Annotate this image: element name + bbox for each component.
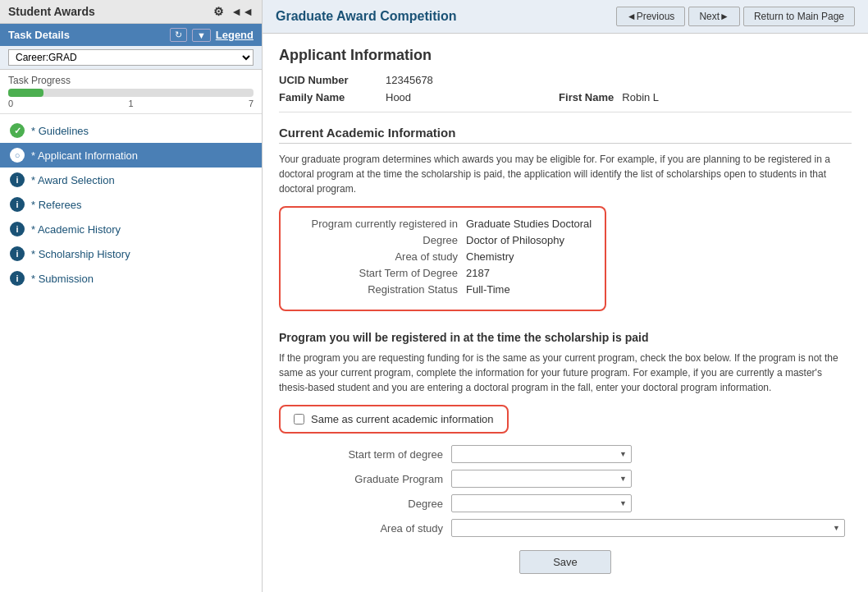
sidebar-header-icons: ⚙ ◄◄ xyxy=(213,5,254,18)
degree-value: Doctor of Philosophy xyxy=(466,234,564,246)
sidebar-title: Student Awards xyxy=(8,5,95,18)
save-btn-row: Save xyxy=(279,550,852,574)
program-row: Program currently registered in Graduate… xyxy=(294,218,592,230)
sidebar-item-award-selection[interactable]: i * Award Selection xyxy=(0,168,262,192)
area-row: Area of study Chemistry xyxy=(294,250,592,263)
nav-items: ✓ * Guidelines ○ * Applicant Information… xyxy=(0,114,262,295)
sidebar-item-referees[interactable]: i * Referees xyxy=(0,192,262,217)
career-select[interactable]: Career:GRAD xyxy=(8,49,254,66)
graduate-program-form-label: Graduate Program xyxy=(279,473,443,485)
academic-history-icon: i xyxy=(10,222,25,236)
page-title: Graduate Award Competition xyxy=(276,9,456,24)
start-term-form-row: Start term of degree xyxy=(279,445,852,463)
ucid-value: 12345678 xyxy=(386,74,433,86)
area-form-label: Area of study xyxy=(279,522,443,535)
same-as-current-text: Same as current academic information xyxy=(311,413,494,425)
graduate-program-select[interactable] xyxy=(451,470,632,488)
sidebar-item-guidelines[interactable]: ✓ * Guidelines xyxy=(0,118,262,143)
top-nav-buttons: ◄Previous Next► Return to Main Page xyxy=(616,7,855,26)
sidebar-item-applicant-info[interactable]: ○ * Applicant Information xyxy=(0,143,262,168)
top-bar: Graduate Award Competition ◄Previous Nex… xyxy=(263,0,868,34)
task-details-label: Task Details xyxy=(8,29,70,41)
same-as-current-label[interactable]: Same as current academic information xyxy=(279,405,509,434)
award-selection-label: * Award Selection xyxy=(31,174,115,186)
degree-select[interactable] xyxy=(451,494,632,512)
refresh-button[interactable]: ↻ xyxy=(170,28,187,42)
applicant-info-label: * Applicant Information xyxy=(31,149,138,162)
save-button[interactable]: Save xyxy=(519,550,611,574)
scholarship-history-label: * Scholarship History xyxy=(31,248,130,260)
family-name-label: Family Name xyxy=(279,91,386,103)
future-program-section: Program you will be registered in at the… xyxy=(279,331,852,574)
reg-status-value: Full-Time xyxy=(466,283,510,296)
applicant-info-icon: ○ xyxy=(10,148,25,163)
previous-button[interactable]: ◄Previous xyxy=(616,7,686,26)
first-name-label: First Name xyxy=(559,91,614,103)
submission-label: * Submission xyxy=(31,273,94,285)
degree-select-wrapper xyxy=(451,494,632,512)
reg-status-label: Registration Status xyxy=(294,283,458,296)
graduate-program-form-row: Graduate Program xyxy=(279,470,852,488)
family-name-value: Hood xyxy=(386,91,411,103)
next-button[interactable]: Next► xyxy=(688,7,740,26)
task-options-button[interactable]: ▼ xyxy=(192,29,211,42)
current-academic-title: Current Academic Information xyxy=(279,126,852,144)
graduate-program-select-wrapper xyxy=(451,470,632,488)
main-content: Graduate Award Competition ◄Previous Nex… xyxy=(263,0,868,592)
academic-history-label: * Academic History xyxy=(31,223,121,236)
current-academic-section: Current Academic Information Your gradua… xyxy=(279,126,852,324)
collapse-icon[interactable]: ◄◄ xyxy=(231,5,254,18)
reg-status-row: Registration Status Full-Time xyxy=(294,283,592,296)
ucid-label: UCID Number xyxy=(279,74,386,86)
start-term-value: 2187 xyxy=(466,267,490,279)
task-details-bar: Task Details ↻ ▼ Legend xyxy=(0,24,262,46)
sidebar-item-academic-history[interactable]: i * Academic History xyxy=(0,217,262,241)
award-selection-icon: i xyxy=(10,172,25,187)
progress-min: 0 xyxy=(8,99,13,108)
start-term-select-wrapper xyxy=(451,445,632,463)
sidebar-item-submission[interactable]: i * Submission xyxy=(0,266,262,291)
return-main-button[interactable]: Return to Main Page xyxy=(743,7,855,26)
guidelines-icon: ✓ xyxy=(10,123,25,138)
sidebar-item-scholarship-history[interactable]: i * Scholarship History xyxy=(0,241,262,266)
academic-description: Your graduate program determines which a… xyxy=(279,152,852,196)
settings-icon[interactable]: ⚙ xyxy=(213,5,224,18)
degree-form-label: Degree xyxy=(279,498,443,510)
task-details-icons: ↻ ▼ Legend xyxy=(170,28,254,42)
progress-section: Task Progress 0 1 7 xyxy=(0,70,262,114)
area-select[interactable] xyxy=(451,519,845,537)
progress-current: 1 xyxy=(128,99,133,108)
academic-info-box: Program currently registered in Graduate… xyxy=(279,206,606,311)
degree-form-row: Degree xyxy=(279,494,852,512)
future-description: If the program you are requesting fundin… xyxy=(279,351,852,395)
sidebar: Student Awards ⚙ ◄◄ Task Details ↻ ▼ Leg… xyxy=(0,0,263,592)
legend-button[interactable]: Legend xyxy=(216,29,254,41)
career-bar: Career:GRAD xyxy=(0,46,262,70)
area-select-wrapper xyxy=(451,519,845,537)
name-row: Family Name Hood First Name Robin L xyxy=(279,91,852,103)
first-name-value: Robin L xyxy=(622,91,659,103)
progress-numbers: 0 1 7 xyxy=(8,99,254,108)
degree-label: Degree xyxy=(294,234,458,246)
start-term-row: Start Term of Degree 2187 xyxy=(294,267,592,279)
start-term-form-label: Start term of degree xyxy=(279,448,443,461)
ucid-row: UCID Number 12345678 xyxy=(279,74,852,86)
area-form-row: Area of study xyxy=(279,519,852,537)
sidebar-header: Student Awards ⚙ ◄◄ xyxy=(0,0,262,24)
program-value: Graduate Studies Doctoral xyxy=(466,218,592,230)
degree-row: Degree Doctor of Philosophy xyxy=(294,234,592,246)
referees-icon: i xyxy=(10,197,25,212)
program-label: Program currently registered in xyxy=(294,218,458,230)
progress-label: Task Progress xyxy=(8,75,254,86)
content-area: Applicant Information UCID Number 123456… xyxy=(263,34,868,587)
referees-label: * Referees xyxy=(31,199,81,211)
progress-track xyxy=(8,89,254,97)
scholarship-history-icon: i xyxy=(10,246,25,261)
guidelines-label: * Guidelines xyxy=(31,125,89,137)
same-as-current-checkbox[interactable] xyxy=(294,414,304,424)
progress-fill xyxy=(8,89,43,97)
area-value: Chemistry xyxy=(466,250,514,263)
progress-max: 7 xyxy=(249,99,254,108)
separator-1 xyxy=(279,112,852,112)
start-term-select[interactable] xyxy=(451,445,632,463)
